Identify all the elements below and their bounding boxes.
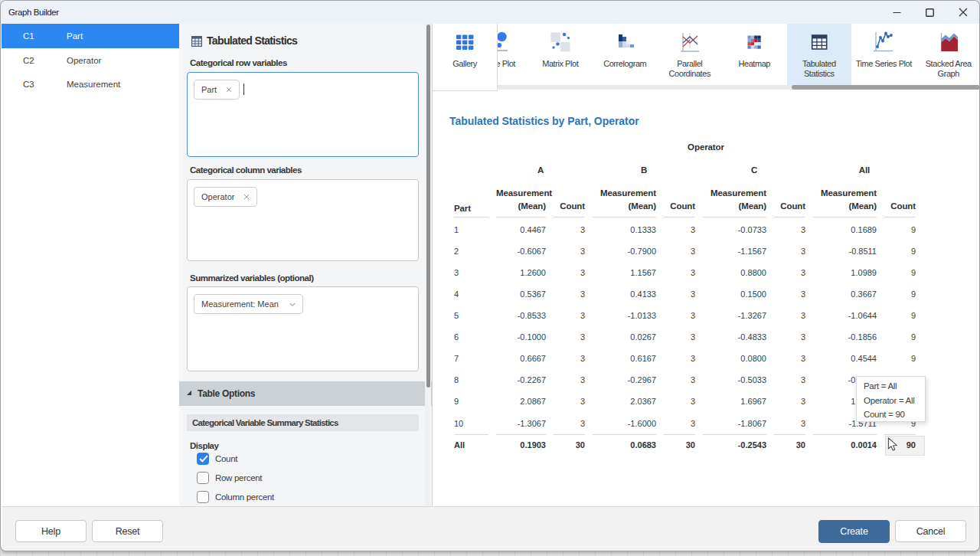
count-cell[interactable]: 30: [664, 434, 695, 455]
mean-cell[interactable]: 0.0800: [703, 348, 766, 369]
count-cell[interactable]: 3: [774, 240, 805, 262]
mean-cell[interactable]: -1.1567: [703, 240, 766, 262]
count-cell[interactable]: 9: [884, 217, 916, 240]
mean-cell[interactable]: -0.0733: [703, 217, 766, 240]
count-cell[interactable]: 3: [664, 240, 695, 262]
count-cell[interactable]: 3: [774, 262, 805, 283]
variable-chip[interactable]: Part: [194, 80, 240, 100]
count-cell[interactable]: 3: [774, 305, 805, 326]
column-row-part[interactable]: C1Part: [2, 24, 179, 48]
gallery-item-gallery[interactable]: Gallery: [433, 24, 498, 91]
maximize-button[interactable]: [913, 1, 946, 24]
mean-cell[interactable]: -0.8511: [813, 240, 877, 262]
help-button[interactable]: Help: [15, 520, 87, 542]
minimize-button[interactable]: [880, 1, 913, 24]
mean-cell[interactable]: 2.0867: [496, 391, 546, 412]
mean-cell[interactable]: -0.5033: [703, 369, 766, 391]
mean-cell[interactable]: 0.3667: [813, 283, 877, 305]
column-row-measurement[interactable]: C3Measurement: [2, 72, 179, 96]
count-cell[interactable]: 3: [554, 391, 585, 412]
mean-cell[interactable]: -0.6067: [496, 240, 546, 262]
builder-panel-scrollbar-thumb[interactable]: [426, 25, 430, 388]
count-cell[interactable]: 3: [664, 283, 695, 305]
count-cell[interactable]: 9: [884, 240, 916, 262]
count-cell[interactable]: 9: [884, 348, 916, 369]
mean-cell[interactable]: -0.1856: [813, 326, 877, 348]
mean-cell[interactable]: -0.2543: [703, 434, 766, 455]
count-cell[interactable]: 9: [884, 305, 916, 326]
gallery-item-time-series-plot[interactable]: Time Series Plot: [851, 24, 916, 85]
gallery-item-stacked-area-graph[interactable]: Stacked Area Graph: [916, 24, 980, 85]
checkbox-unchecked[interactable]: [197, 472, 209, 484]
count-cell[interactable]: 9: [884, 262, 916, 283]
mean-cell[interactable]: 1.1567: [593, 262, 656, 283]
mean-cell[interactable]: 0.4544: [813, 348, 877, 369]
mean-cell[interactable]: -1.0133: [593, 305, 656, 326]
count-cell[interactable]: 3: [664, 348, 695, 369]
table-options-header[interactable]: Table Options: [179, 381, 432, 406]
checkbox-checked[interactable]: [197, 453, 209, 465]
gallery-item-tabulated-statistics[interactable]: Tabulated Statistics: [787, 24, 852, 85]
remove-x-icon[interactable]: [243, 192, 250, 201]
count-cell[interactable]: 3: [774, 283, 805, 305]
count-cell[interactable]: 9: [884, 283, 916, 305]
summarized-variables-box[interactable]: Measurement: Mean: [187, 286, 419, 371]
count-cell[interactable]: 3: [664, 326, 695, 348]
mean-cell[interactable]: 1.2600: [496, 262, 546, 283]
close-button[interactable]: [946, 1, 979, 24]
count-cell[interactable]: 3: [554, 369, 585, 391]
remove-x-icon[interactable]: [226, 85, 232, 94]
count-cell[interactable]: 9: [884, 326, 916, 348]
checkbox-unchecked[interactable]: [197, 491, 209, 503]
count-cell[interactable]: 3: [554, 283, 585, 305]
gallery-item-correlogram[interactable]: Correlogram: [593, 24, 658, 85]
mean-cell[interactable]: 0.1903: [496, 434, 546, 455]
gallery-scrollbar-thumb[interactable]: [792, 85, 980, 90]
mean-cell[interactable]: -0.2967: [593, 369, 656, 391]
count-cell[interactable]: 30: [554, 434, 585, 455]
count-cell[interactable]: 30: [774, 434, 805, 455]
checkbox-row-column-percent[interactable]: Column percent: [197, 491, 274, 503]
mean-cell[interactable]: -0.8533: [496, 305, 546, 326]
count-cell[interactable]: 3: [554, 326, 585, 348]
mean-cell[interactable]: 0.5367: [496, 283, 546, 305]
checkbox-row-row-percent[interactable]: Row percent: [197, 472, 262, 484]
mean-cell[interactable]: 1.0989: [813, 262, 877, 283]
count-cell[interactable]: 3: [554, 305, 585, 326]
mean-cell[interactable]: -1.0644: [813, 305, 877, 326]
mean-cell[interactable]: 0.1689: [813, 217, 877, 240]
mean-cell[interactable]: -1.3267: [703, 305, 766, 326]
create-button[interactable]: Create: [818, 520, 890, 543]
variable-chip[interactable]: Operator: [194, 187, 257, 207]
count-cell[interactable]: 3: [774, 413, 805, 434]
chevron-down-icon[interactable]: [289, 299, 296, 309]
count-cell[interactable]: 3: [664, 369, 695, 391]
reset-button[interactable]: Reset: [92, 520, 163, 542]
mean-cell[interactable]: -0.4833: [703, 326, 766, 348]
count-cell[interactable]: 3: [554, 262, 585, 283]
count-cell[interactable]: 3: [774, 369, 805, 391]
mean-cell[interactable]: 0.4467: [496, 217, 546, 240]
mean-cell[interactable]: -0.7900: [593, 240, 656, 262]
mean-cell[interactable]: -1.6000: [593, 413, 656, 434]
count-cell[interactable]: 3: [664, 305, 695, 326]
gallery-item-parallel-coordinates[interactable]: Parallel Coordinates: [658, 24, 723, 85]
cancel-button[interactable]: Cancel: [895, 520, 966, 542]
count-cell[interactable]: 3: [664, 413, 695, 434]
count-cell[interactable]: 3: [774, 326, 805, 348]
builder-panel-scrollbar[interactable]: [425, 24, 431, 506]
mean-cell[interactable]: -1.8067: [703, 413, 766, 434]
count-cell[interactable]: 3: [664, 391, 695, 412]
mean-cell[interactable]: 0.8800: [703, 262, 766, 283]
count-cell[interactable]: 3: [554, 240, 585, 262]
count-cell[interactable]: 3: [774, 391, 805, 412]
mean-cell[interactable]: 0.0683: [593, 434, 656, 455]
column-row-operator[interactable]: C2Operator: [2, 48, 179, 73]
variable-chip[interactable]: Measurement: Mean: [194, 294, 303, 314]
mean-cell[interactable]: -1.3067: [496, 413, 546, 434]
mean-cell[interactable]: 1.6967: [703, 391, 766, 412]
count-cell[interactable]: 3: [554, 217, 585, 240]
mean-cell[interactable]: 0.1500: [703, 283, 766, 305]
gallery-item-heatmap[interactable]: Heatmap: [722, 24, 787, 85]
count-cell[interactable]: 3: [664, 217, 695, 240]
